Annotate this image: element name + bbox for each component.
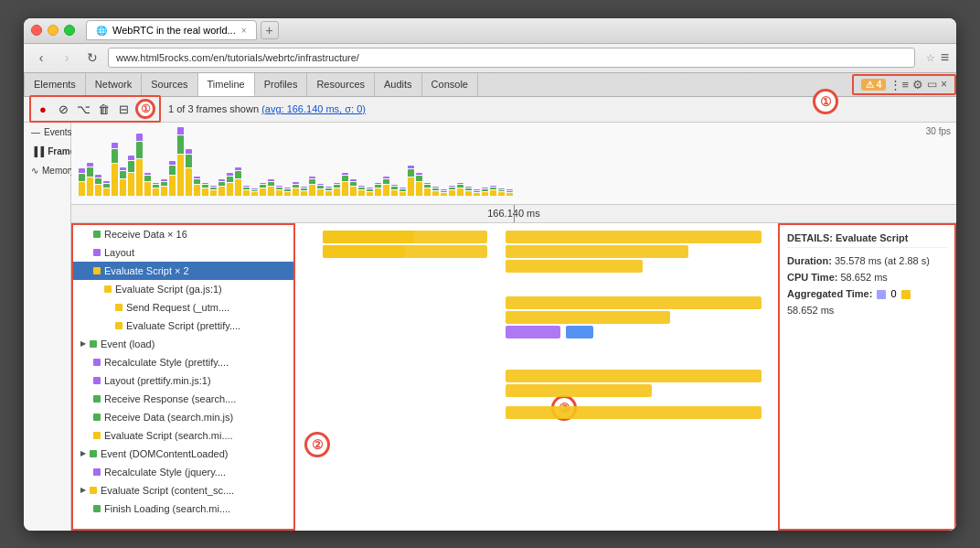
flamechart-bar-group	[260, 183, 266, 196]
flame-bar[interactable]	[506, 231, 762, 243]
sidebar-item-memory[interactable]: ∿ Memory	[24, 161, 70, 180]
event-color-dot	[115, 304, 122, 311]
close-devtools-icon[interactable]: ×	[941, 78, 947, 91]
flame-bar[interactable]	[506, 260, 643, 273]
expand-triangle-icon[interactable]: ▶	[80, 486, 86, 494]
tab-console[interactable]: Console	[422, 73, 478, 96]
event-list-item[interactable]: Evaluate Script × 2	[73, 262, 293, 280]
flame-bar[interactable]	[506, 245, 688, 258]
settings-gear-icon[interactable]: ⚙	[912, 78, 923, 91]
close-button[interactable]	[31, 25, 42, 36]
event-list-item[interactable]: Receive Data × 16	[73, 225, 293, 243]
event-list-item[interactable]: Send Request (_utm....	[95, 298, 293, 317]
record-button[interactable]: ●	[35, 101, 51, 117]
event-label: Send Request (_utm....	[126, 302, 229, 313]
flamechart-bar-group	[293, 182, 299, 196]
flamechart-segment	[136, 134, 143, 141]
flamechart-bar-group	[169, 161, 176, 196]
columns-button[interactable]: ⊟	[115, 101, 132, 117]
event-list-item[interactable]: Evaluate Script (ga.js:1)	[84, 280, 293, 298]
event-list-item[interactable]: ▶Evaluate Script (content_sc....	[73, 481, 293, 500]
browser-tab[interactable]: 🌐 WebRTC in the real world... ×	[86, 20, 257, 40]
warning-badge: ⚠ 4	[861, 79, 886, 91]
maximize-button[interactable]	[64, 25, 75, 36]
traffic-lights	[31, 25, 75, 36]
tab-elements[interactable]: Elements	[24, 73, 86, 96]
tab-profiles[interactable]: Profiles	[255, 73, 308, 96]
flame-bar[interactable]	[506, 311, 670, 324]
flamechart-segment	[490, 186, 496, 187]
expand-triangle-icon[interactable]: ▶	[80, 449, 86, 457]
forward-button[interactable]: ›	[57, 48, 77, 68]
flamechart-bar-group	[87, 163, 93, 196]
flamechart-segment	[325, 188, 332, 190]
flame-bar[interactable]	[506, 384, 652, 397]
flame-bar[interactable]	[506, 406, 762, 419]
flame-bar[interactable]	[323, 245, 405, 258]
flamechart-segment	[441, 193, 447, 196]
flame-bar[interactable]	[506, 296, 762, 309]
flamechart-bar-group	[103, 181, 110, 196]
flamechart-segment	[202, 185, 208, 188]
flame-bar[interactable]	[566, 326, 593, 338]
tab-close-button[interactable]: ×	[241, 26, 247, 36]
flame-bar[interactable]	[506, 370, 762, 382]
flamechart-segment	[251, 190, 258, 191]
clear-button[interactable]: ⊘	[55, 101, 71, 117]
flamechart-segment	[95, 175, 101, 177]
flame-bar[interactable]	[323, 231, 414, 243]
minimize-button[interactable]	[48, 25, 59, 36]
menu-button[interactable]: ≡	[941, 49, 949, 66]
time-marker	[514, 205, 515, 222]
event-list-item[interactable]: Receive Response (search....	[73, 390, 293, 408]
dock-icon[interactable]: ▭	[927, 78, 937, 91]
tab-audits[interactable]: Audits	[375, 73, 422, 96]
event-list-item[interactable]: Receive Data (search.min.js)	[73, 408, 293, 426]
event-label: Receive Data × 16	[104, 229, 187, 240]
flamechart-segment	[169, 176, 176, 196]
sidebar-item-frames[interactable]: ▐▐ Frames	[24, 142, 70, 161]
flamechart-bar-group	[186, 149, 192, 196]
back-button[interactable]: ‹	[31, 48, 51, 68]
event-list-item[interactable]: Evaluate Script (prettify....	[95, 317, 293, 335]
sidebar-item-events[interactable]: — Events	[24, 123, 70, 142]
event-list-item[interactable]: ▶Event (DOMContentLoaded)	[73, 445, 293, 463]
tab-network[interactable]: Network	[86, 73, 142, 96]
flamechart-segment	[399, 189, 406, 191]
script-execution-icon[interactable]: ⋮≡	[889, 78, 909, 91]
tab-timeline[interactable]: Timeline	[198, 73, 255, 96]
event-list-item[interactable]: ▶Event (load)	[73, 335, 293, 353]
event-color-dot	[93, 231, 101, 238]
tab-resources[interactable]: Resources	[307, 73, 375, 96]
flamechart-segment	[457, 185, 463, 188]
refresh-button[interactable]: ↻	[82, 48, 102, 68]
delete-button[interactable]: 🗑	[95, 101, 112, 117]
flamechart-segment	[317, 186, 324, 188]
event-list-item[interactable]: Finish Loading (search.mi....	[73, 500, 293, 518]
event-list-item[interactable]: Evaluate Script (search.mi....	[73, 426, 293, 445]
url-bar[interactable]: www.html5rocks.com/en/tutorials/webrtc/i…	[108, 48, 915, 68]
flamechart-segment	[424, 188, 431, 196]
tab-sources[interactable]: Sources	[142, 73, 197, 96]
flamechart-segment	[416, 182, 422, 196]
event-color-dot	[93, 468, 101, 476]
event-list-item[interactable]: Layout (prettify.min.js:1)	[73, 371, 293, 390]
bookmark-icon[interactable]: ☆	[926, 52, 935, 64]
flamechart-segment	[95, 178, 101, 184]
event-list-item[interactable]: Recalculate Style (prettify....	[73, 353, 293, 371]
flamechart-segment	[169, 161, 176, 165]
filter-button[interactable]: ⌥	[75, 101, 91, 117]
event-list-item[interactable]: Layout	[73, 243, 293, 262]
expand-triangle-icon[interactable]: ▶	[80, 339, 86, 348]
frames-avg[interactable]: (avg: 166.140 ms, σ: 0)	[261, 103, 366, 114]
new-tab-button[interactable]: +	[261, 21, 279, 39]
toolbar-recording-controls: ● ⊘ ⌥ 🗑 ⊟ ①	[29, 95, 161, 123]
flamechart-bar-group	[424, 183, 431, 196]
flamechart-segment	[375, 185, 381, 188]
event-color-dot	[115, 322, 122, 329]
event-label: Receive Response (search....	[104, 393, 236, 404]
flame-bar[interactable]	[506, 326, 560, 338]
flamechart-segment	[465, 188, 472, 190]
event-list-item[interactable]: Recalculate Style (jquery....	[73, 463, 293, 481]
event-label: Recalculate Style (prettify....	[104, 357, 229, 368]
